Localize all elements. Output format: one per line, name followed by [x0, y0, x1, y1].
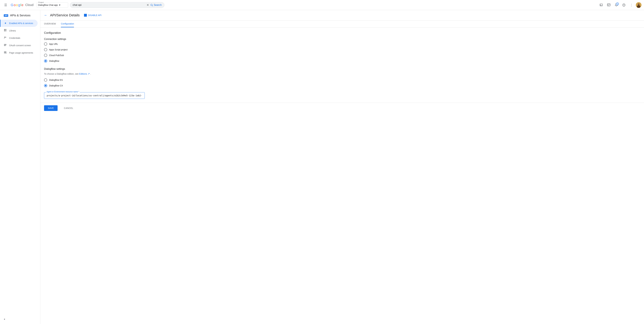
radio-dialogflow-es [44, 78, 47, 81]
sidebar-item-credentials[interactable]: Credentials [0, 34, 38, 42]
sidebar: API APIs & Services ✦ Enabled APIs & ser… [0, 10, 40, 324]
editions-link[interactable]: Editions ↗ [79, 73, 90, 75]
page-header: ← API/Service Details DISABLE API [40, 10, 644, 20]
radio-option-dialogflow-es[interactable]: Dialogflow ES [44, 78, 178, 81]
radio-app-url [44, 42, 47, 45]
sidebar-item-library[interactable]: Library [0, 27, 38, 34]
radio-label-dialogflow: Dialogflow [49, 60, 59, 62]
configuration-content: Configuration Connection settings App UR… [40, 27, 182, 103]
radio-dialogflow [44, 59, 47, 62]
api-badge: API [4, 14, 8, 17]
search-button[interactable]: Search [150, 3, 162, 6]
agent-field-group: Agent or Environment resource name * [44, 92, 178, 99]
cancel-button[interactable]: CANCEL [60, 105, 77, 111]
external-link-icon: ↗ [88, 72, 90, 75]
help-button[interactable]: ? [621, 2, 627, 8]
agent-field-label: Agent or Environment resource name * [46, 91, 80, 93]
dialogflow-settings-section: Dialogflow settings To choose a Dialogfl… [44, 67, 178, 99]
sidebar-item-oauth[interactable]: OAuth consent screen [0, 42, 38, 49]
project-name: Dialogflow Chat app [38, 4, 58, 6]
oauth-icon [4, 43, 6, 47]
svg-rect-13 [6, 29, 6, 30]
radio-label-dialogflow-es: Dialogflow ES [49, 79, 63, 81]
more-menu-icon: ⋮ [630, 3, 633, 7]
cloud-shell-button[interactable] [606, 2, 612, 8]
sidebar-item-enabled-apis[interactable]: ✦ Enabled APIs & services [0, 20, 38, 27]
page-title: API/Service Details [50, 13, 80, 17]
svg-text:?: ? [623, 4, 624, 6]
svg-rect-17 [4, 44, 6, 44]
menu-button[interactable]: ☰ [2, 2, 9, 8]
avatar-image [636, 2, 642, 8]
radio-label-app-url: App URL [49, 43, 58, 45]
search-icon [150, 3, 153, 6]
configuration-title: Configuration [44, 31, 178, 34]
hamburger-icon: ☰ [4, 3, 7, 7]
radio-apps-script [44, 48, 47, 51]
help-icon: ? [622, 3, 626, 7]
sidebar-item-label-credentials: Credentials [9, 37, 20, 39]
notification-badge: 1 [616, 2, 619, 5]
radio-option-apps-script[interactable]: Apps Script project [44, 48, 178, 51]
action-bar: SAVE CANCEL [40, 103, 644, 113]
radio-option-dialogflow-cx[interactable]: Dialogflow CX [44, 84, 178, 87]
library-icon [4, 29, 6, 32]
sidebar-item-page-usage[interactable]: Page usage agreements [0, 49, 38, 56]
connection-settings-section: Connection settings App URL Apps Script … [44, 38, 178, 62]
save-button[interactable]: SAVE [44, 105, 58, 111]
sidebar-item-label-oauth: OAuth consent screen [9, 44, 31, 47]
collapse-sidebar-button[interactable]: ◂ [4, 318, 36, 320]
radio-dialogflow-cx [44, 84, 47, 87]
svg-line-1 [152, 5, 153, 6]
sidebar-item-label-library: Library [9, 29, 16, 32]
user-avatar[interactable] [636, 2, 642, 8]
cloud-shell-icon [607, 3, 610, 7]
topbar-actions: 1 ? ⋮ [598, 2, 642, 8]
enabled-apis-icon: ✦ [4, 21, 6, 25]
sidebar-bottom: ◂ [0, 315, 40, 323]
tab-configuration[interactable]: Configuration [61, 20, 74, 27]
more-menu-button[interactable]: ⋮ [628, 2, 634, 8]
radio-label-apps-script: Apps Script project [49, 48, 68, 51]
svg-point-16 [4, 37, 5, 38]
sidebar-title: APIs & Services [10, 14, 30, 17]
tab-overview[interactable]: OVERVIEW [44, 20, 56, 27]
svg-point-10 [638, 3, 640, 5]
disable-api-label: DISABLE API [88, 14, 102, 16]
radio-label-cloud-pubsub: Cloud Pub/Sub [49, 54, 64, 56]
svg-rect-20 [4, 51, 6, 52]
radio-option-cloud-pubsub[interactable]: Cloud Pub/Sub [44, 54, 178, 57]
search-input[interactable] [73, 3, 145, 6]
back-button[interactable]: ← [44, 13, 48, 17]
svg-rect-2 [600, 4, 603, 6]
project-dropdown-arrow: ▾ [59, 3, 60, 7]
sidebar-header: API APIs & Services [0, 11, 40, 20]
console-icon-button[interactable] [598, 2, 604, 8]
radio-option-app-url[interactable]: App URL [44, 42, 178, 45]
main-content: ← API/Service Details DISABLE API OVERVI… [40, 10, 644, 324]
agent-resource-field: Agent or Environment resource name * [44, 92, 178, 99]
svg-rect-14 [4, 30, 5, 31]
disable-api-button[interactable]: DISABLE API [82, 12, 103, 18]
tab-bar: OVERVIEW Configuration [40, 20, 644, 27]
sidebar-item-label-page-usage: Page usage agreements [9, 51, 33, 54]
agent-resource-input[interactable] [44, 92, 145, 99]
disable-api-icon [84, 14, 87, 17]
search-bar: ✕ Search [70, 2, 164, 8]
project-selector[interactable]: Project Dialogflow Chat app ▾ [37, 2, 68, 7]
dialogflow-settings-title: Dialogflow settings [44, 67, 178, 70]
notifications-button[interactable]: 1 [613, 2, 620, 8]
svg-rect-12 [4, 29, 5, 30]
main-layout: API APIs & Services ✦ Enabled APIs & ser… [0, 10, 644, 324]
collapse-icon: ◂ [4, 318, 5, 320]
topbar: ☰ Google Cloud Project Dialogflow Chat a… [0, 0, 644, 10]
sidebar-item-label-enabled-apis: Enabled APIs & services [9, 22, 33, 24]
svg-rect-15 [6, 30, 6, 31]
console-icon [600, 3, 603, 7]
radio-option-dialogflow[interactable]: Dialogflow [44, 59, 178, 62]
search-button-label: Search [154, 3, 162, 6]
google-cloud-logo: Google Cloud [11, 3, 34, 7]
svg-rect-21 [4, 52, 6, 52]
credentials-icon [4, 36, 6, 40]
search-clear-button[interactable]: ✕ [146, 3, 149, 7]
